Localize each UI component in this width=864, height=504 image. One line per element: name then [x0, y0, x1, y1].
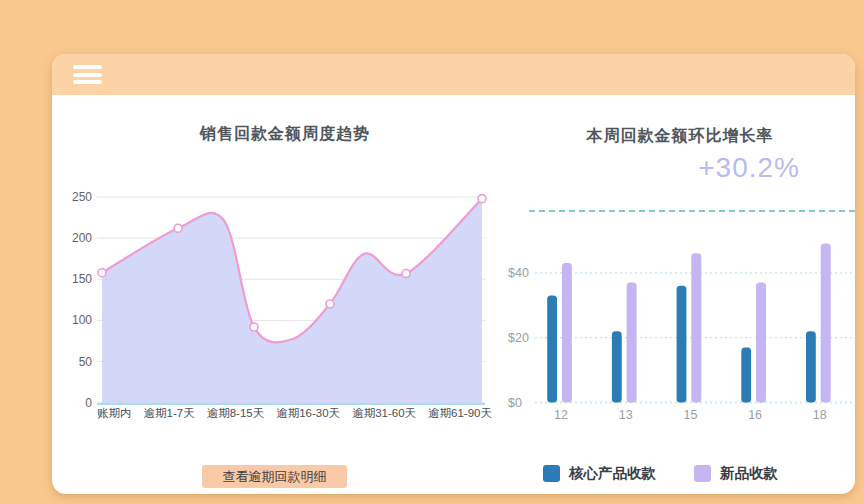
- bar-core: [741, 347, 751, 402]
- x-axis-label: 逾期31-60天: [352, 406, 416, 421]
- new-series-swatch: [694, 465, 711, 482]
- y-tick-label: 250: [72, 190, 92, 204]
- x-tick-label: 16: [748, 408, 762, 422]
- data-point-marker: [250, 323, 258, 331]
- data-point-marker: [174, 224, 182, 232]
- bar-new: [756, 283, 766, 403]
- bar-new: [562, 263, 572, 402]
- y-tick-label: 50: [79, 355, 93, 369]
- x-axis-label: 逾期61-90天: [428, 406, 492, 421]
- bar-core: [612, 331, 622, 402]
- x-axis-label: 账期内: [97, 406, 132, 421]
- card-header: [52, 54, 855, 95]
- data-point-marker: [326, 300, 334, 308]
- x-axis-label: 逾期1-7天: [144, 406, 195, 421]
- growth-bar-chart: $0$20$401213151618: [505, 235, 855, 427]
- x-axis-label: 逾期16-30天: [276, 406, 340, 421]
- bar-core: [806, 331, 816, 402]
- x-tick-label: 15: [683, 408, 697, 422]
- x-tick-label: 12: [554, 408, 568, 422]
- growth-rate-value: +30.2%: [505, 152, 800, 184]
- new-series-label: 新品收款: [720, 464, 778, 483]
- x-axis-labels: 账期内逾期1-7天逾期8-15天逾期16-30天逾期31-60天逾期61-90天: [97, 406, 492, 421]
- bar-new: [821, 244, 831, 403]
- bar-new: [691, 253, 701, 402]
- menu-button[interactable]: [73, 65, 102, 84]
- data-point-marker: [402, 270, 410, 278]
- bar-chart-title: 本周回款金额环比增长率: [505, 126, 855, 147]
- area-fill: [102, 199, 482, 404]
- bar-core: [547, 296, 557, 403]
- y-tick-label: $40: [508, 266, 529, 280]
- bar-new: [627, 283, 637, 403]
- legend-item-core[interactable]: 核心产品收款: [543, 464, 656, 483]
- x-tick-label: 18: [813, 408, 827, 422]
- x-tick-label: 13: [619, 408, 633, 422]
- legend-item-new[interactable]: 新品收款: [694, 464, 778, 483]
- line-chart-title: 销售回款金额周度趋势: [85, 124, 485, 145]
- weekly-trend-chart: 050100150200250: [70, 185, 502, 411]
- reference-dashed-line: [529, 210, 855, 212]
- x-axis-label: 逾期8-15天: [207, 406, 265, 421]
- y-tick-label: 150: [72, 272, 92, 286]
- bar-core: [677, 286, 687, 403]
- data-point-marker: [478, 195, 486, 203]
- y-tick-label: 100: [72, 313, 92, 327]
- view-overdue-detail-button[interactable]: 查看逾期回款明细: [202, 465, 347, 488]
- dashboard-page: 销售回款金额周度趋势 本周回款金额环比增长率 +30.2% 0501001502…: [0, 0, 864, 504]
- y-tick-label: $20: [508, 331, 529, 345]
- core-series-swatch: [543, 465, 560, 482]
- y-tick-label: $0: [508, 396, 522, 410]
- y-tick-label: 200: [72, 231, 92, 245]
- data-point-marker: [98, 269, 106, 277]
- chart-legend: 核心产品收款 新品收款: [543, 464, 778, 483]
- hamburger-icon: [73, 65, 102, 84]
- dashboard-card: 销售回款金额周度趋势 本周回款金额环比增长率 +30.2% 0501001502…: [52, 54, 855, 494]
- core-series-label: 核心产品收款: [569, 464, 656, 483]
- y-tick-label: 0: [85, 396, 92, 410]
